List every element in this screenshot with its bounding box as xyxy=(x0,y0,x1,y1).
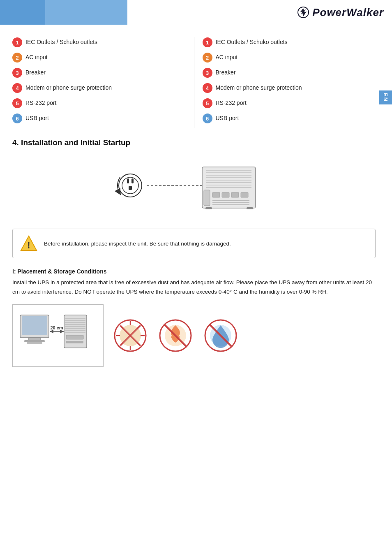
no-water-icon xyxy=(202,317,239,354)
svg-rect-24 xyxy=(247,207,253,209)
warning-icon: ! xyxy=(20,235,37,252)
item-4-right-text: Modem or phone surge protection xyxy=(216,83,302,92)
svg-rect-31 xyxy=(27,342,42,344)
warning-box: ! Before installation, please inspect th… xyxy=(12,229,376,258)
bottom-diagrams: 20 cm xyxy=(12,304,376,367)
badge-3-left: 3 xyxy=(12,68,22,78)
item-6-right-text: USB port xyxy=(216,113,239,123)
logo: PowerWalker xyxy=(297,6,384,19)
list-item: 5 RS-232 port xyxy=(203,98,372,108)
prohibition-icons xyxy=(112,317,239,354)
list-item: 2 AC input xyxy=(203,52,372,63)
header-right: PowerWalker xyxy=(127,0,392,25)
list-item: 4 Modem or phone surge protection xyxy=(12,83,182,93)
right-column: 1 IEC Outlets / Schuko outlets 2 AC inpu… xyxy=(203,37,376,128)
warning-text: Before installation, please inspect the … xyxy=(44,241,231,247)
ups-device xyxy=(202,167,256,209)
badge-4-right: 4 xyxy=(203,83,212,93)
svg-rect-19 xyxy=(241,192,248,197)
svg-point-2 xyxy=(122,177,138,194)
installation-diagram xyxy=(12,155,376,220)
installation-svg xyxy=(108,155,280,220)
list-item: 3 Breaker xyxy=(12,67,182,78)
logo-text: PowerWalker xyxy=(312,6,384,19)
badge-6-right: 6 xyxy=(203,114,212,123)
item-2-left-text: AC input xyxy=(25,52,48,62)
item-5-left-text: RS-232 port xyxy=(25,98,56,107)
svg-rect-23 xyxy=(205,207,212,209)
list-item: 3 Breaker xyxy=(203,67,372,78)
svg-rect-5 xyxy=(129,186,132,190)
list-item: 1 IEC Outlets / Schuko outlets xyxy=(203,37,372,47)
item-3-right-text: Breaker xyxy=(216,67,236,77)
badge-3-right: 3 xyxy=(203,68,212,78)
list-item: 4 Modem or phone surge protection xyxy=(203,83,372,93)
item-1-right-text: IEC Outlets / Schuko outlets xyxy=(216,37,288,46)
item-1-left-text: IEC Outlets / Schuko outlets xyxy=(25,37,97,46)
item-4-left-text: Modem or phone surge protection xyxy=(25,83,112,92)
header-bar-mid xyxy=(45,0,127,25)
list-item: 5 RS-232 port xyxy=(12,98,182,108)
placement-text: Install the UPS in a protected area that… xyxy=(12,278,376,297)
logo-icon xyxy=(297,7,309,18)
badge-4-left: 4 xyxy=(12,83,22,93)
list-item: 2 AC input xyxy=(12,52,182,63)
no-dust-icon xyxy=(112,317,149,354)
svg-rect-16 xyxy=(212,192,220,197)
svg-rect-41 xyxy=(66,335,83,339)
main-content: 1 IEC Outlets / Schuko outlets 2 AC inpu… xyxy=(0,25,392,375)
svg-rect-3 xyxy=(127,178,129,183)
item-3-left-text: Breaker xyxy=(25,67,46,77)
svg-rect-18 xyxy=(231,192,239,197)
page-header: PowerWalker xyxy=(0,0,392,25)
badge-6-left: 6 xyxy=(12,114,22,123)
section-4-heading: 4. Installation and Initial Startup xyxy=(12,138,376,147)
svg-rect-17 xyxy=(222,192,229,197)
item-2-right-text: AC input xyxy=(216,52,238,62)
plug-icon xyxy=(118,174,142,197)
no-heat-icon xyxy=(157,317,194,354)
svg-text:!: ! xyxy=(27,240,30,250)
item-5-right-text: RS-232 port xyxy=(216,98,247,107)
badge-1-left: 1 xyxy=(12,37,22,47)
list-item: 1 IEC Outlets / Schuko outlets xyxy=(12,37,182,47)
svg-rect-15 xyxy=(204,190,210,206)
badge-2-right: 2 xyxy=(203,53,212,63)
placement-distance-diagram: 20 cm xyxy=(12,304,104,367)
list-item: 6 USB port xyxy=(12,113,182,123)
left-column: 1 IEC Outlets / Schuko outlets 2 AC inpu… xyxy=(12,37,186,128)
svg-text:20 cm: 20 cm xyxy=(50,325,63,330)
badge-5-right: 5 xyxy=(203,98,212,108)
two-col-list: 1 IEC Outlets / Schuko outlets 2 AC inpu… xyxy=(12,37,376,128)
badge-2-left: 2 xyxy=(12,53,22,63)
svg-rect-42 xyxy=(66,341,83,343)
en-tab: EN xyxy=(379,90,392,104)
svg-rect-28 xyxy=(22,316,47,335)
distance-svg: 20 cm xyxy=(17,309,99,362)
header-bar-left xyxy=(0,0,45,25)
list-item: 6 USB port xyxy=(203,113,372,123)
placement-heading: I: Placement & Storage Conditions xyxy=(12,268,376,275)
badge-1-right: 1 xyxy=(203,37,212,47)
column-divider xyxy=(194,37,194,128)
svg-rect-4 xyxy=(131,178,134,183)
badge-5-left: 5 xyxy=(12,98,22,108)
item-6-left-text: USB port xyxy=(25,113,49,123)
